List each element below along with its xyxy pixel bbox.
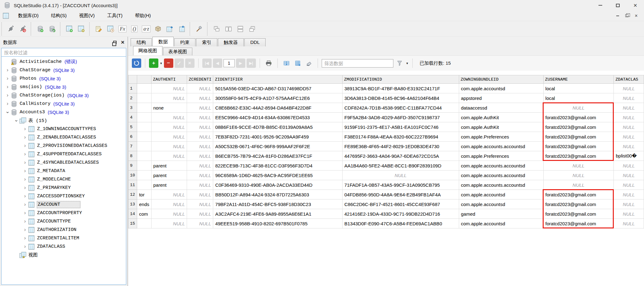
sidebar-item-z-4syncabledataclasses[interactable]: ›Z_4SYNCABLEDATACLASSES — [2, 158, 126, 167]
chevron-right-icon[interactable]: › — [22, 152, 28, 157]
row-number-cell[interactable]: 2 — [128, 93, 137, 103]
chevron-right-icon[interactable]: › — [22, 126, 28, 132]
cell-zowningbundleid[interactable]: gamed — [459, 209, 543, 219]
last-page-icon[interactable]: ▶| — [247, 59, 256, 68]
chevron-right-icon[interactable]: › — [22, 236, 28, 241]
column-header-zusername[interactable]: ZUSERNAME — [543, 75, 614, 84]
cell-zowningbundleid[interactable]: com.apple.accounts.accountsd — [459, 180, 543, 190]
cell-zusername[interactable]: NULL — [543, 161, 614, 171]
cell-zmodificationid[interactable]: B1343D0F-E090-47C6-A5B4-FED69AC1ABB0 — [342, 219, 459, 228]
tab-索引[interactable]: 索引 — [196, 38, 217, 46]
cell-zusername[interactable]: NULL — [543, 103, 614, 113]
cell-zauthenti[interactable]: NULL — [151, 84, 187, 93]
cell-c2[interactable] — [137, 113, 151, 122]
cell-zidentifier[interactable]: 7EB3F82D-7231-4001-9526-9C209AA9F459 — [213, 132, 342, 142]
cell-zmodificationid[interactable]: F9F5A2B4-3AD8-4D29-A6FD-3507C9198737 — [342, 113, 459, 122]
cell-zusername[interactable]: local — [543, 93, 614, 103]
cell-zcredenti[interactable]: NULL — [187, 142, 213, 151]
sidebar-item-zaccount[interactable]: ›ZACCOUNT — [2, 200, 126, 209]
connect-database-icon[interactable] — [5, 23, 17, 35]
filter-mode-caret[interactable]: ▾ — [406, 61, 408, 65]
cell-zidentifier[interactable]: 300558F0-9475-4CF9-A1D7-575AA4FC12E6 — [213, 93, 342, 103]
cell-c2[interactable] — [137, 93, 151, 103]
cell-zidentifier[interactable]: 822ECE9B-713C-4F38-81CC-D3F956F3D7D4 — [213, 161, 342, 171]
tab-约束[interactable]: 约束 — [174, 38, 195, 46]
cell-zusername[interactable]: foratcd2023@gmail.com — [543, 219, 614, 228]
mdi-restore-icon[interactable] — [246, 23, 258, 35]
sidebar-item-z-2enableddataclasses[interactable]: ›Z_2ENABLEDDATACLASSES — [2, 133, 126, 142]
cell-zowningbundleid[interactable]: appstored — [459, 93, 543, 103]
snippets-icon[interactable]: () — [128, 23, 140, 35]
cell-zauthenti[interactable]: parent — [151, 171, 187, 180]
row-number-cell[interactable]: 4 — [128, 113, 137, 122]
cell-zmodificationid[interactable]: 04FDB856-950D-4A8A-9E64-E2B49FB1AF4A — [342, 190, 459, 199]
cell-c2[interactable] — [137, 132, 151, 142]
erase-data-icon[interactable] — [304, 58, 314, 68]
menu-item-3[interactable]: 工具(T) — [103, 11, 127, 20]
chevron-right-icon[interactable]: › — [22, 202, 28, 208]
ddl-history-icon[interactable] — [105, 23, 117, 35]
row-number-cell[interactable]: 13 — [128, 199, 137, 209]
mdi-tile-vertical-icon[interactable] — [223, 23, 234, 35]
mdi-minimize-button[interactable] — [613, 12, 622, 20]
cell-zowningbundleid[interactable]: com.apple.accounts.accountsd — [459, 171, 543, 180]
function-editor-icon[interactable]: Fx — [117, 23, 128, 35]
row-number-cell[interactable]: 5 — [128, 122, 137, 132]
cell-zcredenti[interactable]: NULL — [187, 113, 213, 122]
mdi-restore-button[interactable] — [622, 12, 632, 20]
cell-c2[interactable] — [137, 151, 151, 161]
minimize-button[interactable] — [592, 0, 609, 11]
cell-zdataclas[interactable]: NULL — [614, 209, 644, 219]
chevron-right-icon[interactable]: › — [22, 210, 28, 216]
close-button[interactable]: × — [627, 0, 644, 11]
column-header-zmodificationid[interactable]: ZMODIFICATIONID — [342, 75, 459, 84]
cell-c2[interactable]: ends — [137, 199, 151, 209]
chevron-right-icon[interactable]: › — [5, 76, 10, 82]
menu-item-4[interactable]: 帮助(H) — [131, 11, 155, 20]
cell-zdataclas[interactable]: NULL — [614, 122, 644, 132]
refresh-schemas-icon[interactable] — [46, 23, 58, 35]
row-number-cell[interactable]: 8 — [128, 151, 137, 161]
chevron-right-icon[interactable]: › — [22, 177, 28, 182]
cell-zidentifier[interactable]: 79BF2A11-A01D-454C-BFC5-938F18D30C23 — [213, 199, 342, 209]
cell-zidentifier[interactable]: 08B6F1E6-9CCE-4D7B-B85C-E0139A09A8A5 — [213, 122, 342, 132]
cell-zidentifier[interactable]: EE5C9966-44C9-4D14-834A-630867ED4533 — [213, 113, 342, 122]
panel-float-button[interactable] — [113, 41, 117, 44]
cell-zdataclas[interactable]: NULL — [614, 142, 644, 151]
cell-zusername[interactable]: NULL — [543, 180, 614, 190]
row-number-cell[interactable]: 9 — [128, 161, 137, 171]
menu-item-0[interactable]: 数据库(D) — [14, 11, 43, 20]
cell-zdataclas[interactable]: NULL — [614, 103, 644, 113]
cell-c2[interactable] — [137, 180, 151, 190]
cell-zidentifier[interactable]: C8E6B662-E33C-44A2-8594-DA64BF422D8F — [213, 103, 342, 113]
chevron-down-icon[interactable]: › — [5, 110, 10, 115]
chevron-right-icon[interactable]: › — [22, 244, 28, 250]
cell-zcredenti[interactable]: NULL — [187, 151, 213, 161]
cell-zcredenti[interactable]: NULL — [187, 209, 213, 219]
cell-zidentifier[interactable]: 5015A556-03ED-4C3D-AB67-D3174698DD57 — [213, 84, 342, 93]
print-icon[interactable] — [264, 58, 274, 68]
cell-zmodificationid[interactable]: CDF8242A-7D1B-4538-99EC-C11BFA77CD44 — [342, 103, 459, 113]
cell-zidentifier[interactable]: C0F36469-9310-490E-AB0A-2ACDA33ED44D — [213, 180, 342, 190]
filter-data-input[interactable] — [322, 59, 393, 68]
chevron-right-icon[interactable]: › — [22, 160, 28, 166]
row-number-cell[interactable]: 3 — [128, 103, 137, 113]
sidebar-item-zcredentialitem[interactable]: ›ZCREDENTIALITEM — [2, 234, 126, 242]
cell-zauthenti[interactable]: NULL — [151, 113, 187, 122]
column-header-zauthenti[interactable]: ZAUTHENTI — [151, 75, 187, 84]
chevron-right-icon[interactable]: › — [5, 68, 10, 73]
chevron-right-icon[interactable]: › — [22, 185, 28, 191]
cell-c2[interactable] — [137, 103, 151, 113]
cell-zauthenti[interactable]: NULL — [151, 209, 187, 219]
row-number-cell[interactable]: 1 — [128, 84, 137, 93]
menu-item-2[interactable]: 视图(V) — [75, 11, 99, 20]
rollback-changes-icon[interactable]: × — [185, 59, 195, 68]
sidebar-item-zauthorization[interactable]: ›ZAUTHORIZATION — [2, 226, 126, 234]
cell-zusername[interactable]: foratcd2023@gmail.com — [543, 209, 614, 219]
cell-zowningbundleid[interactable]: com.apple.AuthKit — [459, 113, 543, 122]
first-page-icon[interactable]: |◀ — [202, 59, 212, 68]
cell-zdataclas[interactable]: NULL — [614, 199, 644, 209]
cell-zcredenti[interactable]: NULL — [187, 199, 213, 209]
extensions-icon[interactable] — [152, 23, 164, 35]
cell-zowningbundleid[interactable]: dataaccessd — [459, 103, 543, 113]
